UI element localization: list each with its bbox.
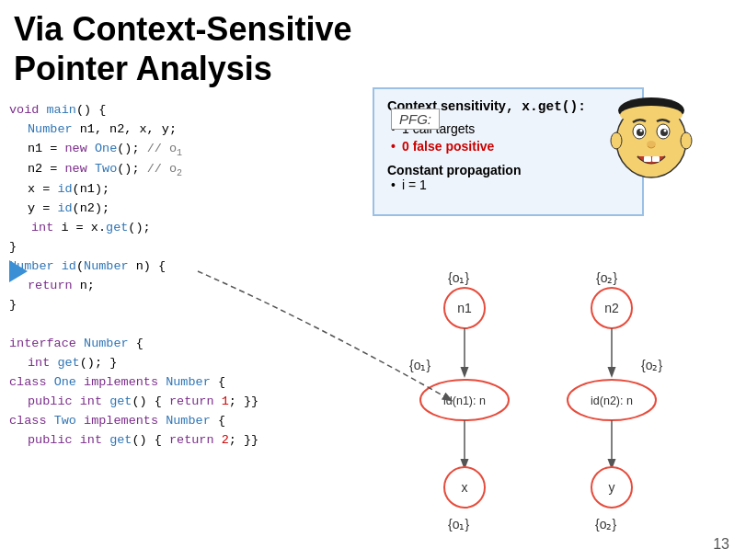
svg-text:x: x [462,480,468,495]
arrow-marker [9,260,28,282]
pfg-diagram: {o₁} {o₂} n1 n2 {o₁} {o₂} id(n1): n id(n… [382,262,740,547]
svg-rect-10 [644,156,651,162]
svg-text:id(n2): n: id(n2): n [591,394,633,407]
svg-point-12 [611,132,622,149]
page-title: Via Context-SensitivePointer Analysis [14,9,351,88]
svg-text:{o₁}: {o₁} [409,358,430,372]
svg-text:{o₂}: {o₂} [641,358,662,372]
svg-text:{o₂}: {o₂} [596,270,617,285]
code-block: void main() { Number n1, n2, x, y; n1 = … [9,101,258,451]
svg-point-2 [620,106,683,124]
svg-point-8 [664,130,667,132]
svg-text:n2: n2 [604,301,619,315]
bullet-false-positive: 0 false positive [387,139,629,154]
svg-text:id(n1): n: id(n1): n [443,394,486,407]
svg-point-7 [640,130,643,132]
page-number: 13 [713,536,729,553]
const-prop-label: Constant propagation [387,163,629,177]
svg-text:n1: n1 [457,301,472,315]
svg-point-13 [681,132,692,149]
svg-text:y: y [609,480,615,495]
svg-text:{o₂}: {o₂} [595,517,616,531]
svg-rect-11 [652,156,660,162]
svg-text:{o₁}: {o₁} [448,270,469,285]
svg-text:{o₁}: {o₁} [448,517,469,531]
meme-face [610,97,693,179]
pfg-label: PFG: [391,109,440,130]
info-box: Context sensitivity, x.get(): 1 call tar… [373,87,644,216]
bullet-i-equals: i = 1 [387,177,629,192]
